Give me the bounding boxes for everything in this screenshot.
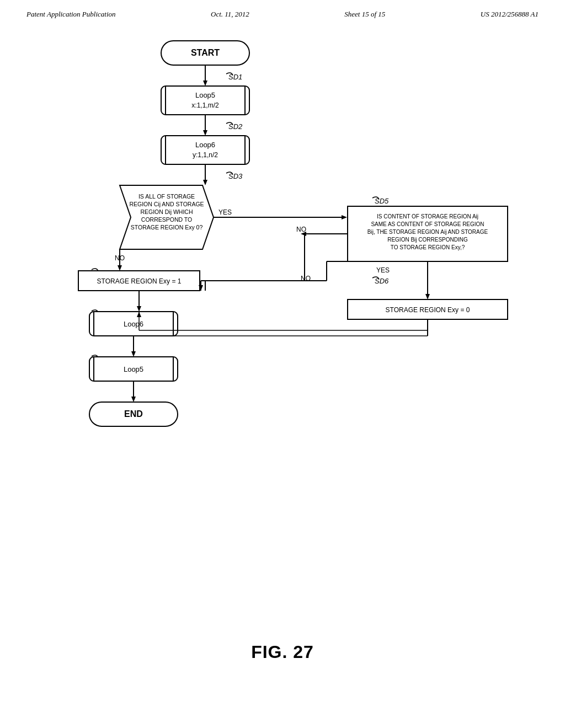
svg-text:SD1: SD1 xyxy=(228,73,242,81)
svg-marker-38 xyxy=(137,306,141,312)
svg-marker-3 xyxy=(203,81,207,86)
svg-text:STORAGE REGION Exy = 0: STORAGE REGION Exy = 0 xyxy=(386,306,470,314)
svg-text:END: END xyxy=(124,409,143,419)
svg-marker-29 xyxy=(342,215,347,220)
svg-text:Loop6: Loop6 xyxy=(195,141,215,149)
svg-rect-5 xyxy=(161,86,249,115)
page-header: Patent Application Publication Oct. 11, … xyxy=(0,0,565,19)
svg-text:CORRESPOND TO: CORRESPOND TO xyxy=(141,216,192,223)
svg-text:SD5: SD5 xyxy=(375,197,389,205)
diagram-container: START SD1 Loop5 x:1,1,m/2 SD2 Loop6 y:1,… xyxy=(0,24,565,631)
svg-text:IS ALL OF STORAGE: IS ALL OF STORAGE xyxy=(138,193,195,200)
patent-number: US 2012/256888 A1 xyxy=(481,10,539,19)
svg-text:REGION Dij WHICH: REGION Dij WHICH xyxy=(140,208,193,215)
svg-text:Loop5: Loop5 xyxy=(195,91,215,99)
svg-text:SD3: SD3 xyxy=(228,172,243,180)
svg-text:SD2: SD2 xyxy=(228,122,243,131)
flowchart-svg: START SD1 Loop5 x:1,1,m/2 SD2 Loop6 y:1,… xyxy=(34,24,531,609)
svg-marker-33 xyxy=(118,265,122,271)
figure-label: FIG. 27 xyxy=(0,642,565,662)
svg-text:Bij, THE STORAGE REGION Aij AN: Bij, THE STORAGE REGION Aij AND STORAGE xyxy=(367,229,488,235)
svg-text:IS CONTENT OF STORAGE REGION A: IS CONTENT OF STORAGE REGION Aij xyxy=(377,213,478,220)
svg-text:REGION Bij CORRESPONDING: REGION Bij CORRESPONDING xyxy=(387,237,468,243)
svg-text:y:1,1,n/2: y:1,1,n/2 xyxy=(193,151,218,159)
svg-text:x:1,1,m/2: x:1,1,m/2 xyxy=(191,101,219,109)
svg-text:REGION Cij AND STORAGE: REGION Cij AND STORAGE xyxy=(129,201,204,207)
svg-text:YES: YES xyxy=(218,208,232,216)
svg-text:START: START xyxy=(191,48,220,57)
sheet-info: Sheet 15 of 15 xyxy=(344,10,385,19)
publication-label: Patent Application Publication xyxy=(26,10,116,19)
svg-text:SD6: SD6 xyxy=(375,277,389,285)
svg-marker-45 xyxy=(131,351,136,357)
svg-text:YES: YES xyxy=(376,266,390,274)
publication-date: Oct. 11, 2012 xyxy=(211,10,249,19)
svg-marker-70 xyxy=(425,294,430,299)
svg-text:Loop5: Loop5 xyxy=(124,365,143,373)
svg-text:SAME AS CONTENT OF STORAGE REG: SAME AS CONTENT OF STORAGE REGION xyxy=(371,221,484,227)
svg-marker-52 xyxy=(131,397,136,402)
svg-marker-19 xyxy=(203,180,207,185)
svg-text:STORAGE REGION Exy = 1: STORAGE REGION Exy = 1 xyxy=(97,277,182,285)
svg-text:Loop6: Loop6 xyxy=(124,320,143,328)
svg-text:STORAGE REGION Exy 0?: STORAGE REGION Exy 0? xyxy=(131,224,203,231)
svg-marker-11 xyxy=(203,130,207,136)
svg-rect-13 xyxy=(161,136,249,164)
svg-text:TO STORAGE REGION Exy,?: TO STORAGE REGION Exy,? xyxy=(391,244,465,250)
